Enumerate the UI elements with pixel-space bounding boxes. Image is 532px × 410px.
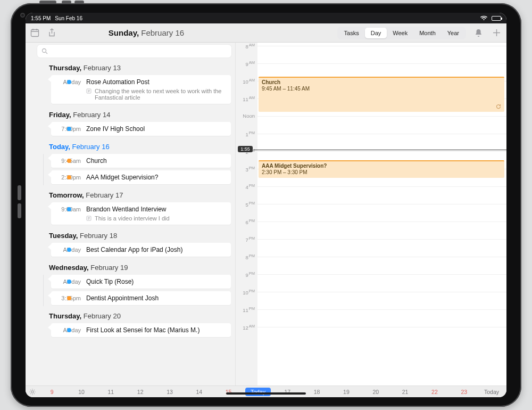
search-input[interactable]	[37, 45, 231, 58]
ipad-frame: 1:55 PM Sun Feb 16 Sunday, Feb	[11, 3, 521, 407]
mini-day[interactable]: 14	[185, 389, 214, 395]
day-header: Tuesday, February 18	[26, 227, 235, 243]
event-note: This is a video interview I did	[86, 215, 226, 222]
hour-label: 8PM	[236, 253, 257, 260]
hour-label: 6PM	[236, 218, 257, 225]
hour-label: 11AM	[236, 95, 257, 102]
statusbar-time: 1:55 PM	[31, 15, 51, 21]
mini-day[interactable]: 13	[155, 389, 184, 395]
search-field[interactable]	[51, 47, 227, 55]
svg-point-14	[31, 390, 34, 392]
event-card[interactable]: 9:00amBrandon Wentland InterviewThis is …	[51, 202, 231, 225]
mini-day[interactable]: 11	[96, 389, 126, 395]
block-time: 9:45 AM – 11:45 AM	[262, 86, 501, 92]
hw-side-button	[18, 203, 21, 218]
day-header: Today, February 16	[26, 138, 235, 154]
mini-day[interactable]: 23	[450, 389, 479, 395]
block-time: 2:30 PM – 3:30 PM	[262, 169, 501, 175]
page-title: Sunday, February 16	[52, 28, 240, 37]
day-header: Thursday, February 13	[26, 60, 235, 75]
hour-label: 9PM	[236, 271, 257, 278]
view-day[interactable]: Day	[365, 28, 387, 38]
hour-row: 4PM	[236, 186, 506, 204]
hour-label: 3PM	[236, 166, 257, 173]
hour-label: 5PM	[236, 201, 257, 208]
hour-row: 9PM	[236, 274, 506, 292]
day-event-block[interactable]: Church9:45 AM – 11:45 AM	[259, 77, 504, 112]
mini-day[interactable]: 20	[361, 389, 390, 395]
event-card[interactable]: 3:15pmDentist Appointment Josh	[51, 291, 231, 305]
home-indicator[interactable]	[226, 392, 306, 395]
event-card[interactable]: All-dayQuick Tip (Rose)	[51, 275, 231, 289]
calendar-icon[interactable]	[30, 28, 39, 38]
mini-day[interactable]: 18	[302, 389, 331, 395]
hw-port	[21, 14, 24, 17]
app-body: Thursday, February 13All-dayRose Automat…	[26, 43, 506, 386]
mini-day[interactable]: 22	[420, 389, 449, 395]
hour-label: 4PM	[236, 183, 257, 190]
agenda-pane: Thursday, February 13All-dayRose Automat…	[26, 43, 236, 386]
mini-day[interactable]: 12	[126, 389, 155, 395]
view-week[interactable]: Week	[387, 28, 413, 38]
agenda-list[interactable]: Thursday, February 13All-dayRose Automat…	[26, 60, 235, 386]
hour-label: 10AM	[236, 78, 257, 85]
hour-row: 7PM	[236, 239, 506, 257]
hour-row: 12AM	[236, 327, 506, 345]
day-event-block[interactable]: AAA Midget Supervision?2:30 PM – 3:30 PM	[259, 160, 504, 178]
event-title: Quick Tip (Rose)	[86, 278, 226, 285]
block-title: Church	[262, 79, 501, 85]
view-segmented-control[interactable]: TasksDayWeekMonthYear	[337, 27, 466, 39]
hour-row: 11PM	[236, 309, 506, 327]
day-header: Thursday, February 20	[26, 308, 235, 323]
day-header: Tomorrow, February 17	[26, 187, 235, 202]
event-title: First Look at Sensei for Mac (Marius M.)	[86, 326, 226, 334]
hour-label: 8AM	[236, 43, 257, 50]
status-bar: 1:55 PM Sun Feb 16	[26, 13, 506, 23]
calendar-dot	[67, 207, 71, 211]
calendar-dot	[67, 175, 71, 179]
calendar-dot	[67, 159, 71, 163]
date-strip[interactable]: 9101112131415Today17181920212223 Today	[26, 386, 506, 397]
hour-label: 1PM	[236, 130, 257, 137]
event-note: Changing the week to next week to work w…	[86, 88, 226, 101]
hour-label: 10PM	[236, 289, 257, 296]
hour-row: 10PM	[236, 292, 506, 309]
refresh-icon	[496, 104, 501, 110]
mini-day[interactable]: 9	[37, 389, 66, 395]
event-card[interactable]: All-dayFirst Look at Sensei for Mac (Mar…	[51, 323, 231, 337]
hour-label: 12AM	[236, 324, 257, 331]
now-indicator-line	[253, 150, 506, 150]
battery-icon	[492, 16, 501, 21]
gear-icon[interactable]	[28, 388, 37, 396]
event-card[interactable]: 2:30pmAAA Midget Supervision?	[51, 170, 231, 184]
today-button[interactable]: Today	[479, 389, 504, 395]
screen: 1:55 PM Sun Feb 16 Sunday, Feb	[26, 13, 506, 397]
mini-day[interactable]: 10	[66, 389, 96, 395]
event-card[interactable]: 7:00pmZone IV High School	[51, 122, 231, 136]
event-title: AAA Midget Supervision?	[86, 174, 226, 181]
event-card[interactable]: 9:45amChurch	[51, 154, 231, 168]
svg-rect-0	[31, 30, 38, 37]
view-year[interactable]: Year	[442, 28, 465, 38]
calendar-dot	[67, 248, 71, 252]
mini-day[interactable]: 19	[331, 389, 361, 395]
mini-day[interactable]: 21	[390, 389, 420, 395]
event-card[interactable]: All-dayBest Calendar App for iPad (Josh)	[51, 243, 231, 257]
day-header: Friday, February 14	[26, 106, 235, 122]
hour-row: 8PM	[236, 257, 506, 274]
view-tasks[interactable]: Tasks	[338, 28, 365, 38]
day-header: Wednesday, February 19	[26, 259, 235, 275]
hour-row: 5PM	[236, 204, 506, 222]
calendar-dot	[67, 280, 71, 284]
bell-icon[interactable]	[473, 28, 483, 38]
add-icon[interactable]	[492, 28, 501, 38]
day-grid[interactable]: 8AM9AM10AM11AMNoon1PM2PM3PM4PM5PM6PM7PM8…	[236, 43, 506, 386]
event-title: Best Calendar App for iPad (Josh)	[86, 246, 226, 253]
hour-label: 9AM	[236, 60, 257, 67]
calendar-dot	[67, 80, 71, 84]
hour-row: 6PM	[236, 222, 506, 239]
mini-day-today[interactable]: Today	[245, 388, 271, 396]
view-month[interactable]: Month	[413, 28, 442, 38]
calendar-dot	[67, 296, 71, 300]
event-card[interactable]: All-dayRose Automation PostChanging the …	[51, 75, 231, 104]
